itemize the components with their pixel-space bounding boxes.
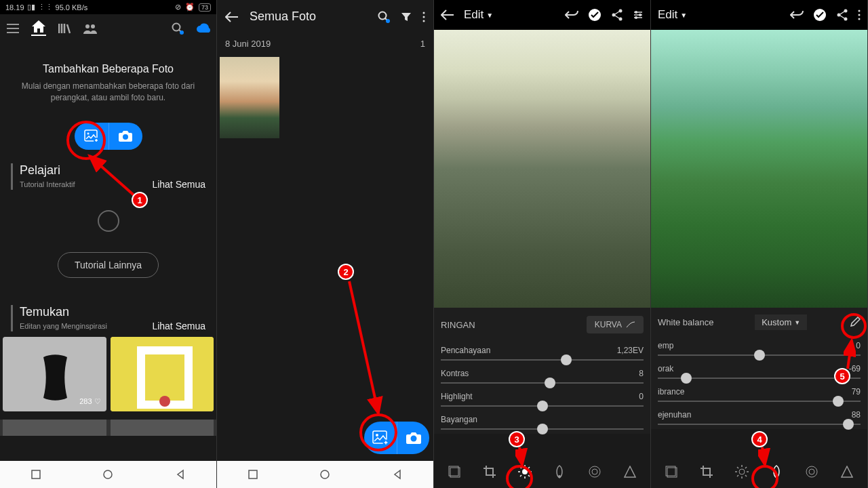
svg-point-14 bbox=[379, 12, 387, 19]
slider-label: emp bbox=[658, 341, 673, 350]
crop-icon[interactable] bbox=[698, 464, 715, 480]
svg-point-49 bbox=[806, 466, 817, 477]
slider-track[interactable] bbox=[658, 354, 861, 356]
svg-point-7 bbox=[123, 134, 128, 140]
slider-thumb[interactable] bbox=[537, 424, 548, 434]
library-icon[interactable] bbox=[57, 21, 72, 36]
slider-label: ejenuhan bbox=[658, 410, 691, 420]
slider-track[interactable] bbox=[441, 405, 644, 407]
photo-preview[interactable] bbox=[651, 30, 867, 308]
slider-row: Kontras8 bbox=[434, 365, 650, 388]
camera-fab[interactable] bbox=[397, 422, 429, 454]
color-icon[interactable] bbox=[551, 464, 568, 480]
slider-row: ibrance79 bbox=[651, 383, 867, 406]
slider-track[interactable] bbox=[658, 424, 861, 425]
more-icon[interactable] bbox=[858, 9, 861, 20]
svg-point-17 bbox=[423, 16, 425, 18]
slider-row: emp0 bbox=[651, 337, 867, 360]
svg-point-1 bbox=[91, 24, 95, 28]
svg-point-43 bbox=[859, 14, 861, 16]
slider-label: orak bbox=[658, 364, 673, 373]
svg-point-47 bbox=[739, 469, 745, 474]
home-icon[interactable] bbox=[31, 21, 46, 36]
learn-heading: Pelajari bbox=[20, 163, 75, 178]
cloud-icon[interactable] bbox=[196, 21, 211, 36]
discover-card[interactable] bbox=[111, 337, 214, 411]
more-tutorial-button[interactable]: Tutorial Lainnya bbox=[58, 252, 159, 278]
slider-label: Bayangan bbox=[441, 415, 477, 424]
slider-thumb[interactable] bbox=[537, 401, 548, 411]
filter-icon[interactable] bbox=[401, 12, 412, 22]
photo-preview[interactable] bbox=[434, 30, 650, 308]
slider-thumb[interactable] bbox=[545, 378, 555, 388]
curve-button[interactable]: KURVA bbox=[587, 316, 644, 333]
svg-point-30 bbox=[639, 14, 642, 16]
back-icon[interactable] bbox=[225, 12, 239, 22]
stack-icon[interactable] bbox=[446, 464, 462, 480]
svg-point-44 bbox=[859, 18, 861, 20]
search-icon[interactable] bbox=[170, 21, 185, 36]
check-icon[interactable] bbox=[588, 8, 601, 22]
search-icon[interactable] bbox=[378, 11, 390, 23]
stack-icon[interactable] bbox=[663, 464, 679, 480]
back-icon[interactable] bbox=[441, 9, 454, 20]
slider-thumb[interactable] bbox=[754, 350, 765, 361]
home-button[interactable] bbox=[319, 469, 330, 480]
back-button[interactable] bbox=[175, 469, 186, 480]
edit-dropdown[interactable]: Edit▼ bbox=[658, 8, 687, 22]
sim-icon: ▯▮ bbox=[27, 3, 35, 12]
add-photo-fab[interactable] bbox=[364, 422, 397, 454]
recent-button[interactable] bbox=[248, 469, 258, 480]
svg-point-34 bbox=[522, 469, 528, 474]
slider-thumb[interactable] bbox=[561, 354, 572, 365]
wb-preset[interactable]: Kustom▼ bbox=[755, 314, 807, 330]
svg-point-20 bbox=[376, 434, 378, 436]
slider-track[interactable] bbox=[441, 382, 644, 384]
slider-value: 0 bbox=[639, 392, 644, 401]
edit-dropdown[interactable]: Edit▼ bbox=[464, 8, 493, 22]
share-icon[interactable] bbox=[611, 9, 623, 21]
photo-thumbnail[interactable] bbox=[220, 57, 279, 138]
svg-point-48 bbox=[775, 475, 778, 478]
camera-button[interactable] bbox=[108, 123, 142, 150]
slider-track[interactable] bbox=[658, 378, 861, 379]
light-icon[interactable] bbox=[517, 464, 533, 480]
svg-point-18 bbox=[423, 20, 425, 22]
color-icon[interactable] bbox=[768, 464, 785, 480]
share-icon[interactable] bbox=[836, 9, 848, 21]
discover-card[interactable]: 283♡ bbox=[3, 337, 106, 411]
undo-icon[interactable] bbox=[565, 9, 578, 20]
light-icon[interactable] bbox=[734, 464, 750, 480]
see-all-link[interactable]: Lihat Semua bbox=[152, 179, 205, 190]
welcome-title: Tambahkan Beberapa Foto bbox=[14, 63, 203, 75]
undo-icon[interactable] bbox=[790, 9, 804, 20]
check-icon[interactable] bbox=[813, 8, 827, 22]
slider-track[interactable] bbox=[658, 401, 861, 402]
slider-thumb[interactable] bbox=[681, 373, 692, 384]
slider-thumb[interactable] bbox=[833, 396, 844, 407]
crop-icon[interactable] bbox=[481, 464, 498, 480]
svg-point-22 bbox=[410, 436, 416, 442]
slider-track[interactable] bbox=[441, 428, 644, 430]
slider-value: 0 bbox=[856, 341, 861, 350]
detail-icon[interactable] bbox=[622, 464, 638, 480]
discover-sub: Editan yang Menginspirasi bbox=[20, 322, 107, 330]
see-all-discover[interactable]: Lihat Semua bbox=[152, 321, 205, 331]
eyedropper-icon[interactable] bbox=[848, 317, 861, 329]
back-button[interactable] bbox=[392, 469, 403, 480]
recent-button[interactable] bbox=[31, 469, 41, 480]
photo-count: 1 bbox=[420, 39, 425, 49]
slider-track[interactable] bbox=[441, 359, 644, 361]
effects-icon[interactable] bbox=[804, 464, 820, 480]
slider-thumb[interactable] bbox=[843, 419, 854, 430]
slider-value: 1,23EV bbox=[617, 346, 644, 355]
more-icon[interactable] bbox=[422, 12, 425, 22]
detail-icon[interactable] bbox=[839, 464, 855, 480]
menu-icon[interactable] bbox=[5, 21, 20, 36]
people-icon[interactable] bbox=[83, 21, 98, 36]
settings-icon[interactable] bbox=[633, 9, 644, 20]
gallery-title: Semua Foto bbox=[250, 9, 367, 24]
effects-icon[interactable] bbox=[587, 464, 603, 480]
add-photo-button[interactable] bbox=[75, 123, 108, 150]
home-button[interactable] bbox=[102, 469, 113, 480]
